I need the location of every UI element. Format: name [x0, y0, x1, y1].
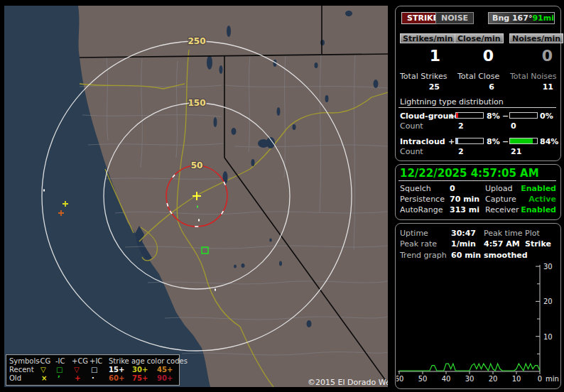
ic-strike-old	[197, 206, 198, 208]
cg-pos-pct: 8%	[487, 111, 500, 121]
svg-text:20: 20	[543, 298, 553, 305]
capture-label: Capture	[485, 195, 516, 204]
distribution-title: Lightning type distribution	[400, 97, 504, 107]
age-code-30: 30+	[132, 366, 148, 374]
legend-header-ncg: -CG	[38, 357, 50, 365]
svg-text:30: 30	[465, 375, 474, 383]
datetime-divider	[398, 180, 556, 181]
intracloud-label: Intracloud	[400, 137, 445, 146]
status-panel: 12/22/2025 4:57:05 AM Squelch 0 Upload E…	[395, 164, 561, 220]
strikes-per-min-button[interactable]: Strikes/min	[400, 33, 456, 43]
ic-neg-count: 21	[511, 147, 521, 156]
old-pic-icon: ·	[92, 374, 94, 382]
upload-status: Enabled	[516, 184, 556, 193]
age-code-60: 60+	[109, 374, 124, 382]
squelch-value: 0	[450, 184, 455, 193]
old-pcg-icon: +	[75, 374, 80, 382]
bearing-readout: Bng 167° 91mi	[488, 12, 555, 24]
capture-status: Active	[516, 195, 556, 204]
total-strikes-label: Total Strikes	[400, 72, 448, 81]
close-per-min-value: 0	[455, 47, 494, 65]
ic-neg-bar	[509, 138, 538, 144]
total-close-value: 6	[455, 82, 494, 92]
uptime-label: Uptime	[400, 229, 428, 238]
total-close-label: Total Close	[457, 72, 499, 81]
noises-per-min-value: 0	[509, 47, 553, 65]
ic-count-label: Count	[400, 147, 423, 156]
receiver-label: Receiver	[485, 205, 519, 214]
recent-ncg-icon: ▽	[40, 366, 46, 374]
peak-rate-value: 1/min	[451, 239, 476, 249]
ic-minus-sign: −	[502, 137, 509, 146]
persistence-value: 70 min	[450, 195, 479, 204]
cg-neg-pct: 0%	[540, 111, 553, 121]
total-noises-label: Total Noises	[510, 72, 556, 81]
bearing-value: Bng 167°	[492, 13, 532, 23]
ic-strike-old	[198, 219, 200, 222]
svg-text:10: 10	[512, 375, 521, 383]
legend-header-symbols: Symbols	[9, 357, 39, 365]
strike-map[interactable]: 250 150 50 ©2015 El Dorado Weather	[4, 6, 388, 387]
smoothing-value: 60 min smoothed	[451, 251, 528, 260]
trend-line	[399, 364, 540, 371]
legend-panel: Symbols -CG -IC +CG +IC Strike age color…	[6, 354, 180, 386]
noise-tab[interactable]: NOISE	[435, 12, 474, 24]
cg-neg-bar	[509, 112, 538, 119]
ring-label-150: 150	[188, 98, 205, 108]
noises-per-min-button[interactable]: Noises/min	[509, 33, 563, 43]
ic-pos-count: 2	[458, 147, 464, 156]
squelch-label: Squelch	[400, 184, 431, 193]
legend-row-recent: Recent	[9, 366, 34, 374]
legend-row-old: Old	[9, 374, 21, 382]
distribution-divider	[398, 107, 556, 108]
autorange-label: AutoRange	[400, 205, 443, 214]
datetime-display: 12/22/2025 4:57:05 AM	[400, 167, 539, 180]
persistence-label: Persistence	[400, 195, 445, 204]
uptime-value: 30:47	[451, 229, 476, 238]
svg-text:20: 20	[489, 375, 498, 383]
age-code-90: 90+	[157, 374, 173, 382]
upload-label: Upload	[485, 184, 513, 193]
ic-plus-sign: +	[448, 137, 455, 146]
age-code-75: 75+	[132, 374, 148, 382]
ic-pos-pct: 8%	[487, 137, 500, 146]
receiver-status: Enabled	[516, 205, 556, 214]
svg-text:30: 30	[543, 263, 553, 271]
peak-rate-label: Peak rate	[400, 239, 437, 249]
peak-time-value: 4:57 AM	[484, 239, 520, 249]
cg-minus-sign: −	[502, 111, 509, 121]
total-noises-value: 11	[509, 82, 553, 92]
trend-graph-label: Trend graph	[400, 251, 447, 260]
plot-value: Strike	[525, 239, 551, 249]
svg-text:10: 10	[543, 333, 553, 341]
ring-label-250: 250	[188, 36, 205, 46]
cg-pos-bar	[455, 112, 484, 119]
stats-panel: STRIKE NOISE Bng 167° 91mi Strikes/min C…	[395, 6, 561, 161]
svg-text:50: 50	[418, 375, 428, 383]
recent-pcg-icon: ▽	[74, 366, 80, 374]
bearing-distance: 91mi	[532, 13, 554, 23]
cg-pos-count: 2	[458, 121, 464, 131]
recent-pic-icon: □	[91, 366, 97, 374]
svg-text:min: min	[546, 375, 559, 383]
ic-strike-old	[43, 190, 45, 192]
old-nic-icon: ʼ	[58, 374, 60, 382]
strikes-per-min-value: 1	[400, 47, 441, 65]
age-code-15: 15+	[109, 366, 124, 374]
close-per-min-button[interactable]: Close/min	[455, 33, 504, 43]
age-code-45: 45+	[157, 366, 173, 374]
legend-header-nic: -IC	[55, 357, 65, 365]
legend-header-pic: +IC	[90, 357, 102, 365]
ic-strike-old	[215, 289, 216, 291]
cg-count-label: Count	[400, 121, 423, 131]
map-copyright: ©2015 El Dorado Weather	[308, 378, 388, 387]
ic-pos-bar	[455, 138, 484, 144]
trend-panel: Uptime 30:47 Peak time Plot Peak rate 1/…	[395, 223, 561, 389]
recent-nic-icon: □	[56, 366, 63, 374]
legend-age-title: Strike age color codes	[109, 357, 188, 365]
map-canvas: 250 150 50 ©2015 El Dorado Weather	[4, 6, 388, 387]
legend-header-pcg: +CG	[72, 357, 88, 365]
old-ncg-icon: ×	[41, 374, 47, 382]
ic-neg-pct: 84%	[540, 137, 558, 146]
cg-plus-sign: +	[448, 111, 455, 121]
